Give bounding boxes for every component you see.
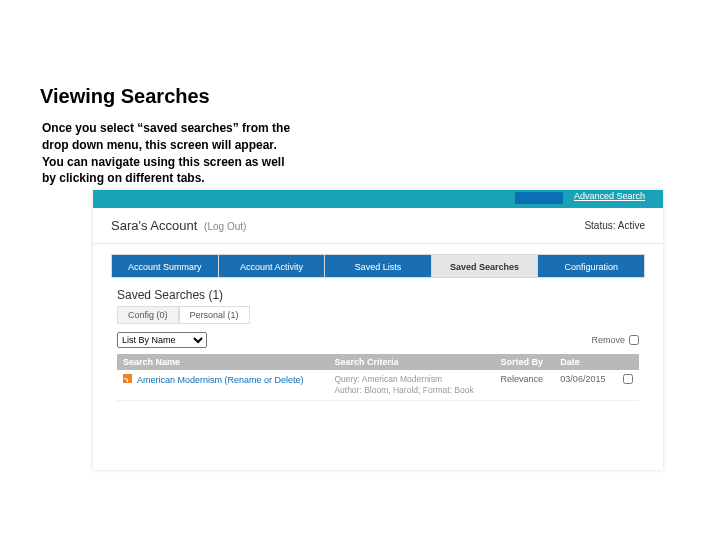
criteria-line-2: Author: Bloom, Harold; Format: Book bbox=[334, 385, 488, 396]
sort-select[interactable]: List By Name bbox=[117, 332, 207, 348]
subtab-personal[interactable]: Personal (1) bbox=[179, 306, 250, 324]
col-checkbox bbox=[617, 354, 639, 370]
tab-configuration[interactable]: Configuration bbox=[538, 255, 644, 277]
slide-title: Viewing Searches bbox=[40, 85, 210, 108]
status-value: Active bbox=[618, 220, 645, 231]
account-status: Status: Active bbox=[584, 220, 645, 231]
tab-saved-searches[interactable]: Saved Searches bbox=[432, 255, 539, 277]
search-name-link[interactable]: American Modernism (Rename or Delete) bbox=[137, 375, 304, 385]
sort-row: List By Name Remove bbox=[117, 332, 639, 348]
col-date: Date bbox=[554, 354, 617, 370]
tab-saved-lists[interactable]: Saved Lists bbox=[325, 255, 432, 277]
remove-all-checkbox[interactable] bbox=[629, 335, 639, 345]
criteria-line-1: Query: American Modernism bbox=[334, 374, 488, 385]
remove-label: Remove bbox=[591, 335, 625, 345]
section-title: Saved Searches (1) bbox=[117, 288, 639, 302]
col-search-criteria: Search Criteria bbox=[328, 354, 494, 370]
annotation-text: Once you select “saved searches” from th… bbox=[42, 120, 297, 187]
logout-link[interactable]: (Log Out) bbox=[204, 221, 246, 232]
subtabs: Config (0) Personal (1) bbox=[117, 306, 639, 324]
advanced-search-link[interactable]: Advanced Search bbox=[574, 191, 645, 201]
table-row: American Modernism (Rename or Delete) Qu… bbox=[117, 370, 639, 401]
col-sorted-by: Sorted By bbox=[495, 354, 555, 370]
searches-table: Search Name Search Criteria Sorted By Da… bbox=[117, 354, 639, 401]
col-search-name: Search Name bbox=[117, 354, 328, 370]
remove-group: Remove bbox=[591, 335, 639, 345]
table-header-row: Search Name Search Criteria Sorted By Da… bbox=[117, 354, 639, 370]
search-button[interactable] bbox=[515, 192, 563, 204]
tab-account-activity[interactable]: Account Activity bbox=[219, 255, 326, 277]
subtab-config[interactable]: Config (0) bbox=[117, 306, 179, 324]
sorted-by-value: Relevance bbox=[495, 370, 555, 401]
account-bar: Sara's Account (Log Out) Status: Active bbox=[93, 208, 663, 244]
top-banner: Advanced Search bbox=[93, 190, 663, 208]
rss-icon[interactable] bbox=[123, 374, 132, 383]
tab-account-summary[interactable]: Account Summary bbox=[112, 255, 219, 277]
main-tabs: Account Summary Account Activity Saved L… bbox=[111, 254, 645, 278]
date-value: 03/06/2015 bbox=[554, 370, 617, 401]
account-name: Sara's Account bbox=[111, 218, 197, 233]
row-checkbox[interactable] bbox=[623, 374, 633, 384]
app-screenshot: Advanced Search Sara's Account (Log Out)… bbox=[93, 190, 663, 470]
status-label: Status: bbox=[584, 220, 615, 231]
